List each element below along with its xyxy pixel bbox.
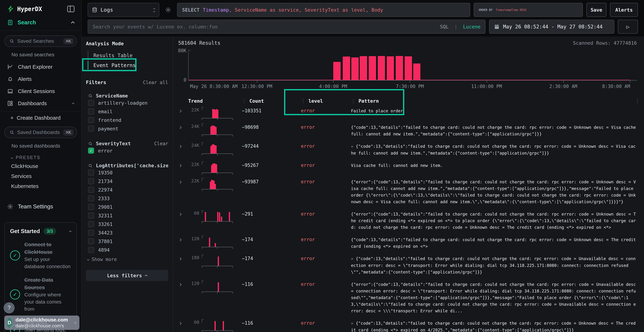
row-expand-chevron[interactable] [178, 161, 188, 169]
filter-option[interactable]: ✓error [86, 146, 168, 155]
order-by-input[interactable]: ORDER BY TimestampTime DESC [474, 3, 583, 17]
language-toggle-sql[interactable]: SQL [440, 24, 449, 30]
mode-event-patterns[interactable]: Event Patterns [88, 60, 168, 70]
pattern-text[interactable]: {"code":13,"details":"failed to charge c… [351, 236, 637, 250]
pattern-text[interactable]: {"error":{"code":13,"details":"failed to… [351, 178, 637, 205]
create-dashboard-button[interactable]: + Create Dashboard [0, 112, 81, 122]
sidebar-item-clickhouse[interactable]: ClickHouse [0, 161, 81, 171]
pattern-text[interactable]: Visa cache full: cannot add new item. [351, 161, 637, 169]
sidebar-item-search[interactable]: Search [0, 16, 81, 28]
search-icon[interactable] [88, 163, 93, 168]
checkbox-icon[interactable] [88, 187, 94, 193]
filter-option[interactable]: 19350 [86, 168, 168, 177]
sidebar-item-team-settings[interactable]: Team Settings [0, 200, 81, 214]
search-icon[interactable] [88, 94, 93, 98]
chevron-up-icon[interactable] [69, 230, 72, 233]
checkbox-icon[interactable] [88, 230, 94, 236]
run-query-button[interactable]: ▷ [618, 20, 638, 34]
checkbox-icon[interactable] [88, 170, 94, 176]
saved-searches-input[interactable]: Saved Searches ⌘K [4, 36, 77, 47]
sidebar-item-alerts[interactable]: Alerts [0, 73, 81, 85]
drag-handle-icon[interactable]: ⋮ [242, 98, 246, 104]
pattern-text[interactable]: {"code":13,"details":"failed to charge c… [351, 123, 637, 138]
table-row[interactable]: 22K~93987error{"error":{"code":13,"detai… [178, 176, 637, 208]
checkbox-icon[interactable] [88, 212, 94, 218]
get-started-item-sources[interactable]: ✓ Create Data Sources Configure where yo… [10, 276, 71, 313]
column-header-trend[interactable]: Trend [188, 98, 242, 104]
collapse-sidebar-icon[interactable] [67, 6, 74, 12]
filter-option[interactable]: artillery-loadgen [86, 98, 168, 107]
row-expand-chevron[interactable] [178, 280, 188, 288]
checkbox-icon[interactable] [88, 221, 94, 227]
filter-option[interactable]: 32311 [86, 211, 168, 220]
pattern-text[interactable]: Failed to place order [351, 106, 637, 114]
save-button[interactable]: Save [586, 3, 606, 17]
alerts-button[interactable]: Alerts [610, 3, 638, 17]
table-row[interactable]: 180~174error×{"code":13,"details":"faile… [178, 252, 637, 278]
date-range-picker[interactable]: May 26 08:52:44 - May 27 08:52:44 [489, 20, 614, 34]
pattern-text[interactable]: ×{"code":13,"details":"failed to charge … [351, 319, 637, 332]
sidebar-item-services[interactable]: Services [0, 171, 81, 181]
language-toggle-lucene[interactable]: Lucene [463, 24, 480, 30]
row-expand-chevron[interactable] [178, 142, 188, 150]
filter-option[interactable]: 34423 [86, 228, 168, 237]
checkbox-icon[interactable] [88, 126, 94, 132]
table-row[interactable]: 60~116error×{"code":13,"details":"failed… [178, 317, 637, 332]
table-row[interactable]: 24K~97244error×{"code":13,"details":"fai… [178, 140, 637, 160]
source-select-dropdown[interactable]: Logs [88, 3, 159, 17]
row-expand-chevron[interactable] [178, 236, 188, 243]
checkbox-icon[interactable] [88, 117, 94, 123]
checkbox-icon[interactable] [88, 108, 94, 114]
filter-option[interactable]: 29081 [86, 203, 168, 211]
column-header-level[interactable]: ⋮level [301, 98, 351, 104]
saved-dashboards-input[interactable]: Saved Dashboards ⌘K [4, 127, 77, 138]
row-expand-chevron[interactable] [178, 178, 188, 185]
table-row[interactable]: 22K~103351errorFailed to place order [178, 105, 637, 121]
filter-option[interactable]: frontend [86, 116, 168, 124]
filter-option[interactable]: 4894 [86, 246, 168, 254]
chevron-up-icon[interactable] [72, 103, 74, 105]
filter-option[interactable]: 33261 [86, 220, 168, 228]
row-expand-chevron[interactable] [178, 319, 188, 326]
sidebar-item-dashboards[interactable]: Dashboards [0, 97, 81, 110]
chevron-up-icon[interactable] [71, 21, 74, 25]
user-account-button[interactable]: D dale@clickhouse.com dale@clickhouse.co… [4, 316, 80, 330]
row-expand-chevron[interactable] [178, 123, 188, 130]
presets-section-toggle[interactable]: PRESETS [11, 155, 81, 160]
checkbox-icon[interactable] [88, 238, 94, 244]
clear-filter-link[interactable]: Clear [154, 141, 168, 146]
sidebar-item-kubernetes[interactable]: Kubernetes [0, 181, 81, 191]
row-expand-chevron[interactable] [178, 254, 188, 262]
help-button[interactable]: ? [4, 302, 15, 314]
pattern-text[interactable]: ×{"code":13,"details":"failed to charge … [351, 142, 637, 156]
clear-all-filters-link[interactable]: Clear all [143, 80, 168, 85]
checkbox-icon[interactable] [88, 100, 94, 106]
search-input[interactable]: Search your events w/ Lucene ex. column:… [88, 20, 486, 34]
search-icon[interactable] [88, 141, 93, 146]
select-columns-input[interactable]: SELECT Timestamp , ServiceName as servic… [177, 3, 470, 17]
filter-option[interactable]: email [86, 107, 168, 116]
filter-option[interactable]: 22974 [86, 186, 168, 194]
column-header-count[interactable]: ⋮Count [242, 98, 301, 104]
sidebar-item-client-sessions[interactable]: Client Sessions [0, 85, 81, 97]
table-row[interactable]: 24K~98698error{"code":13,"details":"fail… [178, 121, 637, 140]
checkbox-icon[interactable] [88, 178, 94, 184]
checkbox-icon[interactable] [88, 247, 94, 253]
filter-option[interactable]: 2333 [86, 194, 168, 203]
column-header-pattern[interactable]: ⋮Pattern [351, 98, 637, 104]
pattern-text[interactable]: {"error":{"code":13,"details":"failed to… [351, 280, 637, 314]
checkbox-checked-icon[interactable]: ✓ [88, 148, 94, 154]
table-options-icon[interactable]: ⋮ [635, 98, 640, 104]
mode-results-table[interactable]: Results Table [88, 50, 168, 60]
drag-handle-icon[interactable]: ⋮ [301, 98, 306, 104]
dismiss-x-icon[interactable]: × [351, 321, 353, 326]
dismiss-x-icon[interactable]: × [351, 144, 353, 149]
dismiss-x-icon[interactable]: × [351, 257, 353, 261]
show-more-link[interactable]: Show more [87, 257, 168, 262]
sidebar-item-chart-explorer[interactable]: Chart Explorer [0, 61, 81, 73]
row-expand-chevron[interactable] [178, 106, 188, 114]
drag-handle-icon[interactable]: ⋮ [351, 98, 356, 104]
get-started-item-connect[interactable]: ✓ Connect to ClickHouse Set up your data… [10, 241, 71, 270]
table-row[interactable]: 22K~95267errorVisa cache full: cannot ad… [178, 160, 637, 176]
filter-option[interactable]: 37801 [86, 237, 168, 246]
